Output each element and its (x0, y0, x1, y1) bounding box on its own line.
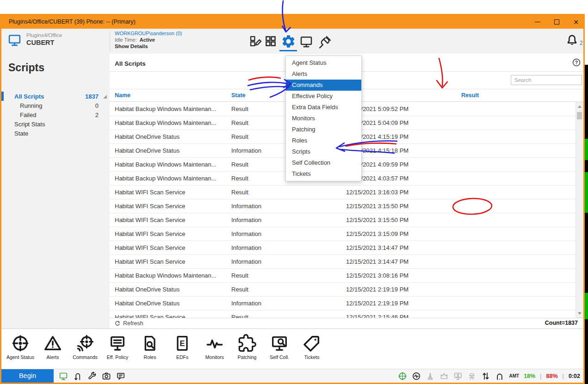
vertical-scrollbar[interactable] (576, 102, 583, 318)
toolbar-item-eff-policy[interactable]: Eff. Policy (101, 334, 134, 360)
begin-button[interactable]: Begin (1, 369, 54, 383)
maximize-button[interactable] (554, 19, 559, 25)
minimize-button[interactable] (535, 22, 540, 22)
menu-item-self-collection[interactable]: Self Collection (286, 157, 361, 168)
apps-grid-icon[interactable] (264, 35, 277, 48)
app-path: Plugins4/Office (26, 32, 62, 38)
red-percent-value: 88% (546, 373, 558, 379)
desktop-background-strip (585, 65, 588, 384)
close-button[interactable]: ✕ (573, 19, 579, 25)
eff-policy-icon (108, 334, 127, 353)
cell-state: Result (231, 283, 315, 296)
cell-time: 12/15/2021 3:14:47 PM (346, 241, 436, 254)
menu-item-agent-status[interactable]: Agent Status (286, 57, 361, 68)
window-controls: ✕ (535, 15, 579, 29)
toolbar-item-tickets[interactable]: Tickets (296, 334, 328, 360)
menu-item-scripts[interactable]: Scripts (286, 146, 361, 157)
menu-item-alerts[interactable]: Alerts (286, 68, 361, 80)
desktop-green-blob (585, 139, 588, 160)
cell-name: Habitat Backup Windows Maintenan... (115, 172, 229, 185)
network-cone-icon[interactable] (426, 372, 435, 381)
cell-name: Habitat Backup Windows Maintenan... (115, 269, 229, 282)
cell-time: 12/15/2021 3:14:47 PM (346, 255, 436, 268)
menu-item-tickets[interactable]: Tickets (286, 168, 361, 180)
asset-edit-icon[interactable] (249, 35, 262, 48)
disconnect-plug-icon[interactable] (318, 35, 332, 49)
sidebar-nav: All Scripts1837Running0Failed2Script Sta… (1, 92, 110, 138)
column-header-result[interactable]: Result (445, 89, 495, 102)
agent-online-icon[interactable] (398, 372, 407, 381)
sidebar-item-label: Failed (20, 111, 95, 118)
toolbar-item-alerts[interactable]: Alerts (37, 334, 69, 360)
statusbar-right-icons: AMT 18% | 88% | 0:02 (398, 369, 580, 383)
toolbar-item-commands[interactable]: Commands (69, 334, 101, 360)
scroll-up-arrow[interactable] (576, 103, 583, 110)
gear-icon[interactable] (281, 34, 296, 49)
titlebar: Plugins4/Office/CUBERT (39) Phone: -- (P… (1, 15, 583, 29)
cell-name: Habitat WIFI Scan Service (115, 255, 229, 268)
tools-icon[interactable] (87, 372, 97, 381)
alerts-icon (43, 334, 62, 353)
refresh-button[interactable]: Refresh (114, 318, 143, 328)
scroll-thumb[interactable] (577, 112, 582, 119)
help-icon[interactable]: ? (572, 58, 581, 67)
settings-menu: Agent StatusAlertsCommandsEffective Poli… (285, 56, 362, 181)
table-row: Habitat OneDrive StatusInformation12/15/… (110, 297, 583, 310)
column-header-name[interactable]: Name (115, 89, 130, 102)
toolbar-item-agent-status[interactable]: Agent Status (4, 334, 37, 360)
device-name: CUBERT (26, 39, 54, 46)
notifications-bell-icon[interactable] (565, 33, 579, 48)
menu-item-roles[interactable]: Roles (286, 135, 361, 146)
sidebar-item-count: 1837 (85, 93, 99, 100)
magnet-icon[interactable] (495, 372, 504, 381)
admin-crown-icon[interactable] (439, 372, 449, 381)
menu-item-commands[interactable]: Commands (286, 80, 361, 91)
column-header-state[interactable]: State (231, 89, 246, 102)
show-details-link[interactable]: Show Details (115, 43, 148, 49)
cell-state: Information (231, 199, 315, 213)
toolbar-item-monitors[interactable]: Monitors (198, 334, 231, 360)
screen-share-icon[interactable] (59, 372, 68, 381)
cell-time: 12/15/2021 3:16:03 PM (346, 186, 436, 199)
remote-desktop-icon[interactable] (298, 35, 314, 49)
table-row: Habitat WIFI Scan ServiceResult12/15/202… (110, 186, 583, 199)
toolbar-item-roles[interactable]: Roles (134, 334, 166, 360)
reconnect-icon[interactable] (73, 372, 82, 381)
cell-name: Habitat WIFI Scan Service (115, 186, 229, 199)
wireless-icon[interactable] (467, 372, 477, 381)
toolbar-item-patching[interactable]: Patching (231, 334, 263, 360)
sidebar-item-script-stats[interactable]: Script Stats (1, 119, 110, 129)
search-input[interactable] (511, 75, 582, 85)
sidebar-item-failed[interactable]: Failed2 (1, 110, 110, 119)
toolbar-item-label: Agent Status (6, 354, 34, 360)
cell-state: Result (231, 310, 315, 318)
toolbar-item-self-coll[interactable]: Self Coll. (263, 334, 296, 360)
transfer-arrows-icon[interactable] (481, 372, 490, 381)
sidebar-item-count: 0 (95, 102, 99, 109)
sidebar-item-all-scripts[interactable]: All Scripts1837 (1, 92, 110, 101)
menu-item-effective-policy[interactable]: Effective Policy (286, 91, 361, 102)
menu-item-monitors[interactable]: Monitors (286, 113, 361, 124)
system-status-icon[interactable] (412, 372, 421, 381)
agent-status-icon (11, 334, 30, 353)
desktop-green-blob (585, 293, 588, 319)
sidebar-item-label: All Scripts (14, 93, 85, 100)
screenshot-icon[interactable] (102, 372, 111, 381)
commands-icon (76, 334, 94, 353)
menu-item-patching[interactable]: Patching (286, 124, 361, 135)
refresh-label: Refresh (123, 320, 143, 327)
statusbar-left-icons (59, 369, 125, 383)
scroll-down-arrow[interactable] (576, 310, 583, 317)
cell-time: 12/15/2021 3:08:16 PM (346, 269, 436, 282)
window-title: Plugins4/Office/CUBERT (39) Phone: -- (P… (9, 19, 136, 25)
toolbar-item-label: Alerts (47, 354, 59, 360)
menu-item-extra-data-fields[interactable]: Extra Data Fields (286, 102, 361, 113)
cell-name: Habitat WIFI Scan Service (115, 310, 229, 318)
user-session-icon[interactable] (453, 372, 463, 381)
chat-icon[interactable] (116, 372, 125, 381)
toolbar-item-edfs[interactable]: EEDFs (166, 334, 198, 360)
session-timer: 0:02 (569, 373, 580, 379)
sidebar-item-running[interactable]: Running0 (1, 101, 110, 110)
sidebar-item-state[interactable]: State (1, 129, 110, 138)
screen: Plugins4/Office/CUBERT (39) Phone: -- (P… (0, 0, 588, 384)
